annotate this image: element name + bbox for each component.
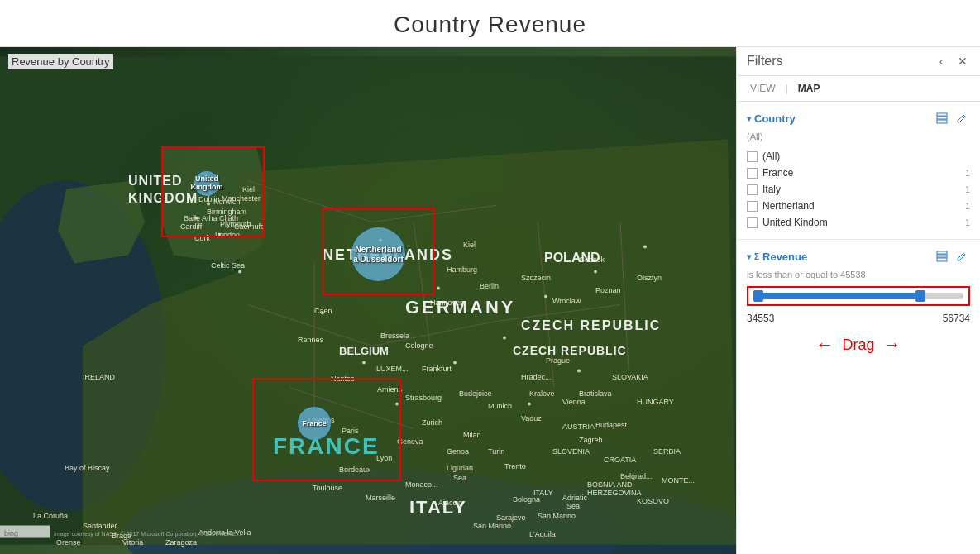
svg-text:Turin: Turin — [488, 447, 504, 456]
svg-text:Caen: Caen — [314, 307, 332, 315]
filter-checkbox-france[interactable] — [747, 168, 758, 179]
svg-text:Dublin: Dublin — [198, 195, 220, 203]
svg-text:Munich: Munich — [488, 402, 512, 410]
tab-map[interactable]: MAP — [795, 81, 824, 96]
filter-item-uk: United Kindom 1 — [747, 214, 970, 231]
svg-text:Bratislava: Bratislava — [579, 389, 612, 398]
svg-text:Manchester: Manchester — [222, 194, 261, 203]
svg-text:Hannover: Hannover — [430, 298, 462, 307]
chevron-left-icon[interactable]: ‹ — [934, 54, 949, 69]
revenue-slider-track[interactable] — [753, 293, 963, 299]
filter-checkbox-nertherland[interactable] — [747, 201, 758, 212]
revenue-slider-container[interactable] — [747, 286, 970, 306]
filter-checkbox-uk[interactable] — [747, 217, 758, 228]
svg-text:Gdansk: Gdansk — [579, 256, 605, 264]
filter-label-all: (All) — [762, 150, 780, 162]
revenue-filter-icons — [934, 248, 970, 265]
svg-rect-0 — [0, 57, 736, 545]
svg-text:Vitoria: Vitoria — [122, 538, 143, 547]
svg-text:HUNGARY: HUNGARY — [637, 398, 674, 406]
svg-point-24 — [395, 403, 399, 406]
svg-text:Birmingham: Birmingham — [207, 208, 246, 216]
svg-point-25 — [453, 361, 457, 365]
map-background: Dublin Baile Atha Cliath Cork Celtic Sea… — [0, 47, 736, 554]
svg-line-15 — [620, 222, 629, 371]
revenue-slider-thumb-left[interactable] — [753, 290, 763, 302]
tab-divider: | — [786, 83, 788, 94]
svg-text:Image courtesy of NASA, © 2017: Image courtesy of NASA, © 2017 Microsoft… — [54, 531, 241, 537]
svg-text:ITALY: ITALY — [533, 489, 553, 497]
svg-text:Milan: Milan — [463, 431, 481, 439]
revenue-filter-edit-icon[interactable] — [954, 248, 970, 265]
svg-text:Lyon: Lyon — [376, 454, 392, 462]
tab-view[interactable]: VIEW — [747, 81, 779, 96]
svg-point-27 — [544, 295, 547, 298]
filter-count-italy: 1 — [965, 184, 970, 194]
map-container[interactable]: Dublin Baile Atha Cliath Cork Celtic Sea… — [0, 47, 736, 554]
filter-item-all-left: (All) — [747, 150, 780, 162]
revenue-slider-thumb-right[interactable] — [915, 290, 925, 302]
revenue-filter-section: ▾ Σ Revenue — [737, 240, 980, 374]
country-title-label: Country — [754, 112, 796, 125]
svg-point-31 — [528, 403, 531, 406]
svg-rect-135 — [937, 258, 947, 261]
france-highlight-box — [252, 378, 401, 481]
svg-point-17 — [194, 217, 198, 220]
svg-text:Santander: Santander — [83, 522, 117, 530]
chevron-down-icon: ▾ — [747, 114, 751, 123]
filters-nav-icons: ‹ ✕ — [934, 54, 970, 69]
svg-text:Toulouse: Toulouse — [313, 484, 342, 492]
svg-text:FRANCE: FRANCE — [273, 433, 380, 459]
country-filter-title[interactable]: ▾ Country — [747, 112, 796, 125]
svg-text:Zaragoza: Zaragoza — [165, 538, 197, 547]
svg-text:Bordeaux: Bordeaux — [339, 466, 371, 474]
svg-text:Wroclaw: Wroclaw — [552, 297, 581, 305]
svg-point-22 — [437, 287, 440, 290]
neth-highlight-box — [323, 208, 434, 295]
svg-point-23 — [362, 361, 366, 365]
svg-text:KOSOVO: KOSOVO — [637, 497, 669, 505]
revenue-filter-table-icon[interactable] — [934, 248, 950, 265]
svg-text:SLOVENIA: SLOVENIA — [552, 447, 590, 456]
france-bubble: France — [298, 407, 331, 440]
filter-item-france-left: France — [747, 167, 793, 179]
svg-line-8 — [248, 305, 372, 346]
country-filter-table-icon[interactable] — [934, 110, 950, 127]
sigma-icon: Σ — [754, 252, 759, 261]
filter-checkbox-all[interactable] — [747, 151, 758, 162]
country-filter-edit-icon[interactable] — [954, 110, 970, 127]
svg-point-30 — [577, 370, 581, 373]
svg-text:Hradec...: Hradec... — [521, 373, 552, 381]
svg-text:Plymouth: Plymouth — [220, 220, 251, 228]
svg-rect-133 — [937, 251, 947, 254]
filter-item-italy-left: Italy — [747, 184, 781, 195]
svg-text:Bologna: Bologna — [513, 495, 540, 504]
close-icon[interactable]: ✕ — [955, 54, 970, 69]
svg-text:KINGDOM: KINGDOM — [128, 191, 198, 205]
svg-rect-2 — [0, 57, 736, 545]
svg-text:Belgrad...: Belgrad... — [620, 472, 653, 480]
svg-text:Paris: Paris — [342, 427, 359, 435]
revenue-filter-title[interactable]: ▾ Σ Revenue — [747, 251, 807, 263]
svg-text:Geneva: Geneva — [397, 437, 423, 446]
svg-text:La Coruña: La Coruña — [33, 512, 68, 520]
svg-text:Ligurian: Ligurian — [447, 464, 473, 472]
filter-count-nertherland: 1 — [965, 201, 970, 211]
svg-rect-126 — [0, 526, 50, 538]
filter-checkbox-italy[interactable] — [747, 184, 758, 195]
revenue-slider-min: 34553 — [747, 313, 774, 324]
svg-text:Cardiff: Cardiff — [180, 222, 203, 231]
svg-text:Celtic Sea: Celtic Sea — [211, 261, 245, 270]
svg-text:Orense: Orense — [56, 538, 81, 547]
svg-text:CROATIA: CROATIA — [604, 456, 636, 464]
svg-text:GERMANY: GERMANY — [405, 297, 515, 318]
svg-text:HERZEGOVINA: HERZEGOVINA — [587, 489, 642, 497]
svg-text:Kiel: Kiel — [242, 185, 255, 193]
svg-text:Trento: Trento — [504, 462, 526, 470]
filter-label-nertherland: Nertherland — [762, 200, 815, 212]
filter-count-uk: 1 — [965, 217, 970, 227]
uk-bubble: United Kingdom — [194, 171, 219, 196]
svg-line-14 — [538, 222, 554, 388]
filters-panel: Filters ‹ ✕ VIEW | MAP ▾ Country — [736, 47, 980, 554]
svg-text:Monaco...: Monaco... — [405, 480, 438, 489]
